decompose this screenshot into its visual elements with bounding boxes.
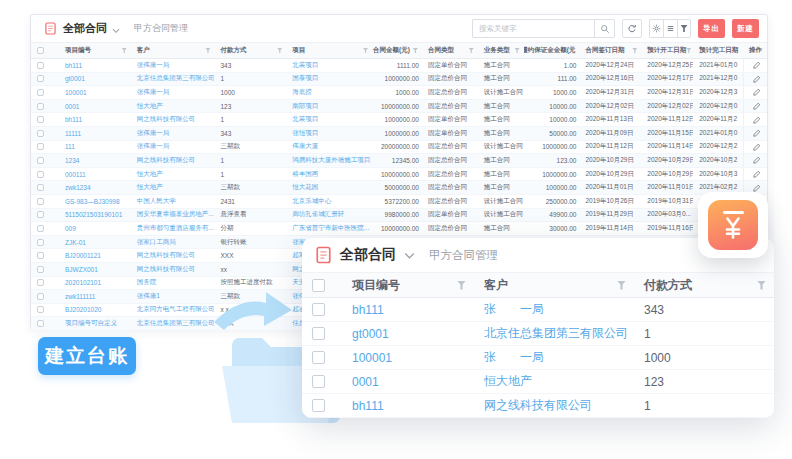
table-row[interactable]: gt0001北京住总集团第三有限公司1 (302, 322, 774, 346)
cell[interactable]: bh111 (342, 298, 474, 321)
edit-icon[interactable] (753, 61, 761, 69)
table-row[interactable]: 100001张 一局1000 (302, 346, 774, 370)
row-checkbox[interactable] (37, 239, 44, 246)
row-checkbox[interactable] (37, 62, 44, 69)
cell[interactable]: 广东省普宁市新中医医院... (286, 222, 372, 235)
filter-icon[interactable] (757, 281, 766, 290)
table-row[interactable]: 009贵州市都匀重酒店服务有...分期广东省普宁市新中医医院...1000000… (31, 222, 767, 236)
cell[interactable]: 恒大地产 (474, 370, 634, 393)
row-checkbox[interactable] (312, 327, 325, 340)
cell[interactable]: 恒大花园 (286, 181, 372, 194)
cell[interactable]: 贵州市都匀重酒店服务有... (131, 222, 215, 235)
filter-button[interactable] (677, 19, 691, 38)
row-checkbox[interactable] (37, 103, 44, 110)
create-ledger-button[interactable]: 建立台账 (38, 337, 136, 375)
cell[interactable]: 网之线科技有限公司 (474, 394, 634, 417)
cell[interactable]: 北装项目 (286, 113, 372, 126)
row-checkbox[interactable] (37, 184, 44, 191)
cell[interactable]: 海底捞 (286, 86, 372, 99)
filter-icon[interactable] (122, 48, 127, 53)
cell[interactable]: 5115021503190101 (59, 209, 131, 222)
cell[interactable]: 北京住总集团第三有限公司 (474, 322, 634, 345)
cell[interactable]: 0001 (342, 370, 474, 393)
row-checkbox[interactable] (37, 225, 44, 232)
filter-icon[interactable] (277, 48, 282, 53)
refresh-button[interactable] (622, 19, 642, 38)
cell[interactable]: zwk1234 (59, 181, 131, 194)
cell[interactable]: 中国人民大学 (131, 195, 215, 208)
row-checkbox[interactable] (37, 198, 44, 205)
select-all-checkbox[interactable] (37, 47, 44, 54)
cell[interactable]: 11111 (59, 127, 131, 140)
filter-icon[interactable] (686, 48, 691, 53)
create-button[interactable]: 新建 (732, 19, 759, 38)
filter-icon[interactable] (617, 281, 626, 290)
cell[interactable]: 000111 (59, 168, 131, 181)
filter-icon[interactable] (515, 48, 520, 53)
edit-icon[interactable] (753, 143, 761, 151)
edit-icon[interactable] (753, 129, 761, 137)
cell[interactable]: GS-983—BJ30998 (59, 195, 131, 208)
row-checkbox[interactable] (37, 252, 44, 259)
cell[interactable]: zwk111111 (59, 290, 131, 303)
row-checkbox[interactable] (37, 116, 44, 123)
cell[interactable]: 张伟康一局 (131, 127, 215, 140)
cell[interactable]: 张伟康一局 (131, 141, 215, 154)
cell[interactable]: 2020102101 (59, 277, 131, 290)
cell[interactable]: 张恒项目 (286, 127, 372, 140)
filter-icon[interactable] (469, 48, 474, 53)
cell[interactable]: gt0001 (342, 322, 474, 345)
export-button[interactable]: 导出 (698, 19, 725, 38)
table-row[interactable]: 0001恒大地产123南部项目10000000.00固定总价合同施工合同1000… (31, 100, 767, 114)
cell[interactable]: bh111 (342, 394, 474, 417)
table-row[interactable]: bh111网之线科技有限公司1北装项目1000000.00固定单价合同施工合同1… (31, 113, 767, 127)
row-checkbox[interactable] (37, 130, 44, 137)
cell[interactable]: 100001 (342, 346, 474, 369)
cell[interactable]: 009 (59, 222, 131, 235)
chevron-down-icon[interactable] (404, 246, 415, 264)
table-row[interactable]: 0001恒大地产123 (302, 370, 774, 394)
cell[interactable]: 北装项目 (286, 59, 372, 72)
table-row[interactable]: bh111张伟康一局343北装项目1111.00固定单价合同施工合同1.0020… (31, 59, 767, 73)
cell[interactable]: ZJK-01 (59, 236, 131, 249)
cell[interactable]: 网之线科技有限公司 (131, 263, 215, 276)
filter-icon[interactable] (363, 48, 368, 53)
cell[interactable]: 恒大地产 (131, 168, 215, 181)
edit-icon[interactable] (753, 116, 761, 124)
chevron-down-icon[interactable] (112, 20, 120, 38)
row-checkbox[interactable] (37, 75, 44, 82)
row-checkbox[interactable] (37, 266, 44, 273)
cell[interactable]: 恒大地产 (131, 100, 215, 113)
row-checkbox[interactable] (37, 211, 44, 218)
cell[interactable]: 国安华夏幸福基业房地产... (131, 209, 215, 222)
row-checkbox[interactable] (37, 89, 44, 96)
table-row[interactable]: 000111恒大地产1裕丰国画10000000.00固定总价合同施工合同1000… (31, 168, 767, 182)
cell[interactable]: 项目编号可自定义 (59, 317, 131, 330)
table-row[interactable]: gt0001北京住总集团第三有限公司1国泰项目1000000.00固定总价合同施… (31, 73, 767, 87)
cell[interactable]: BJ20201020 (59, 304, 131, 317)
table-row[interactable]: 11111张伟康一局343张恒项目1000000.00固定单价合同施工合同500… (31, 127, 767, 141)
table-row[interactable]: 1234网之线科技有限公司1鸿腾科技大厦外墙施工项目12345.00固定总价合同… (31, 154, 767, 168)
row-checkbox[interactable] (37, 279, 44, 286)
cell[interactable]: 伟康大厦 (286, 141, 372, 154)
cell[interactable]: 网之线科技有限公司 (131, 154, 215, 167)
filter-icon[interactable] (457, 281, 466, 290)
row-checkbox[interactable] (312, 303, 325, 316)
table-row[interactable]: zwk1234恒大地产三期款恒大花园5000000.00固定总价合同施工合同10… (31, 181, 767, 195)
table-row[interactable]: GS-983—BJ30998中国人民大学2431北京乐城中心5372200.00… (31, 195, 767, 209)
cell[interactable]: 张 一局 (474, 298, 634, 321)
currency-card[interactable] (698, 192, 768, 258)
cell[interactable]: 裕丰国画 (286, 168, 372, 181)
cell[interactable]: 100001 (59, 86, 131, 99)
row-checkbox[interactable] (37, 171, 44, 178)
row-checkbox[interactable] (37, 157, 44, 164)
cell[interactable]: 国泰项目 (286, 73, 372, 86)
cell[interactable]: BJ20001121 (59, 249, 131, 262)
edit-icon[interactable] (753, 184, 761, 192)
search-button[interactable] (594, 19, 615, 38)
table-row[interactable]: 5115021503190101国安华夏幸福基业房地产...悬浮查看廊坊孔雀城汇… (31, 209, 767, 223)
edit-icon[interactable] (753, 88, 761, 96)
filter-icon[interactable] (632, 48, 637, 53)
cell[interactable]: bh111 (59, 59, 131, 72)
cell[interactable]: 张伟康一局 (131, 59, 215, 72)
